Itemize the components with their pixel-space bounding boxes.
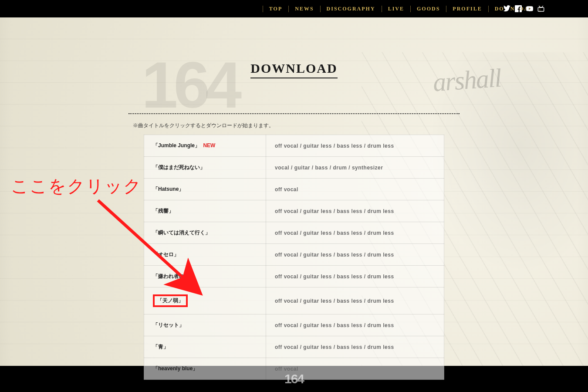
track-title[interactable]: 「Jumble Jungle」 (153, 142, 200, 149)
divider (128, 113, 460, 114)
track-title-cell[interactable]: 「heavenly blue」 (144, 358, 266, 380)
top-nav: TOP NEWS DISCOGRAPHY LIVE GOODS PROFILE … (0, 0, 588, 17)
table-row: 「僕はまだ死ねない」vocal / guitar / bass / drum /… (144, 157, 444, 179)
track-desc-cell: off vocal / guitar less / bass less / dr… (266, 287, 444, 314)
track-desc-cell: off vocal / guitar less / bass less / dr… (266, 200, 444, 222)
nav-profile[interactable]: PROFILE (446, 6, 488, 12)
table-row: 「瞬いては消えて行く」off vocal / guitar less / bas… (144, 222, 444, 244)
track-desc-cell: off vocal / guitar less / bass less / dr… (266, 336, 444, 358)
niconico-icon[interactable] (537, 5, 544, 12)
track-title[interactable]: 「僕はまだ死ねない」 (153, 164, 205, 170)
nav-news[interactable]: NEWS (289, 6, 320, 12)
track-desc-cell: off vocal / guitar less / bass less / dr… (266, 244, 444, 266)
track-desc-cell: off vocal / guitar less / bass less / dr… (266, 222, 444, 244)
track-title[interactable]: 「青」 (153, 344, 169, 350)
nav-goods[interactable]: GOODS (411, 6, 446, 12)
highlighted-track[interactable]: 「天ノ弱」 (153, 294, 188, 307)
track-title[interactable]: 「リセット」 (153, 322, 184, 328)
table-row: 「リセット」off vocal / guitar less / bass les… (144, 314, 444, 336)
track-title[interactable]: 「オセロ」 (153, 251, 179, 257)
table-row: 「オセロ」off vocal / guitar less / bass less… (144, 244, 444, 266)
track-title-cell[interactable]: 「オセロ」 (144, 244, 266, 266)
main-content: 164 DOWNLOAD ※曲タイトルをクリックするとダウンロードが始まります。… (0, 17, 588, 380)
nav-discography[interactable]: DISCOGRAPHY (321, 6, 382, 12)
table-row: 「Jumble Jungle」 NEWoff vocal / guitar le… (144, 135, 444, 157)
new-badge: NEW (203, 142, 215, 149)
youtube-icon[interactable] (526, 5, 533, 12)
track-title-cell[interactable]: 「Jumble Jungle」 NEW (144, 135, 266, 157)
logo-164: 164 (142, 52, 237, 118)
table-row: 「嫌われ者の詩」off vocal / guitar less / bass l… (144, 266, 444, 287)
track-title-cell[interactable]: 「嫌われ者の詩」 (144, 266, 266, 287)
social-links (504, 0, 544, 17)
track-desc-cell: off vocal / guitar less / bass less / dr… (266, 266, 444, 287)
track-desc-cell: off vocal / guitar less / bass less / dr… (266, 135, 444, 157)
nav-top[interactable]: TOP (263, 6, 289, 12)
track-title-cell[interactable]: 「残響」 (144, 200, 266, 222)
track-title[interactable]: 「Hatsune」 (153, 186, 184, 192)
instruction-text: ※曲タイトルをクリックするとダウンロードが始まります。 (128, 122, 460, 129)
track-title-cell[interactable]: 「瞬いては消えて行く」 (144, 222, 266, 244)
track-desc-cell: off vocal (266, 179, 444, 200)
track-title-cell[interactable]: 「僕はまだ死ねない」 (144, 157, 266, 179)
track-title[interactable]: 「残響」 (153, 208, 174, 214)
download-table: 「Jumble Jungle」 NEWoff vocal / guitar le… (144, 135, 444, 380)
nav-live[interactable]: LIVE (382, 6, 411, 12)
facebook-icon[interactable] (515, 5, 522, 12)
track-title[interactable]: 「瞬いては消えて行く」 (153, 230, 210, 236)
track-title-cell[interactable]: 「青」 (144, 336, 266, 358)
track-title-cell[interactable]: 「リセット」 (144, 314, 266, 336)
track-desc-cell: off vocal (266, 358, 444, 380)
track-title[interactable]: 「heavenly blue」 (153, 365, 198, 372)
track-desc-cell: off vocal / guitar less / bass less / dr… (266, 314, 444, 336)
track-title[interactable]: 「嫌われ者の詩」 (153, 273, 195, 279)
table-row: 「残響」off vocal / guitar less / bass less … (144, 200, 444, 222)
track-title-cell[interactable]: 「天ノ弱」 (144, 287, 266, 314)
table-row: 「天ノ弱」off vocal / guitar less / bass less… (144, 287, 444, 314)
track-title-cell[interactable]: 「Hatsune」 (144, 179, 266, 200)
page-title: DOWNLOAD (250, 61, 337, 78)
table-row: 「青」off vocal / guitar less / bass less /… (144, 336, 444, 358)
twitter-icon[interactable] (504, 5, 510, 12)
track-desc-cell: vocal / guitar / bass / drum / synthesiz… (266, 157, 444, 179)
table-row: 「heavenly blue」off vocal (144, 358, 444, 380)
table-row: 「Hatsune」off vocal (144, 179, 444, 200)
